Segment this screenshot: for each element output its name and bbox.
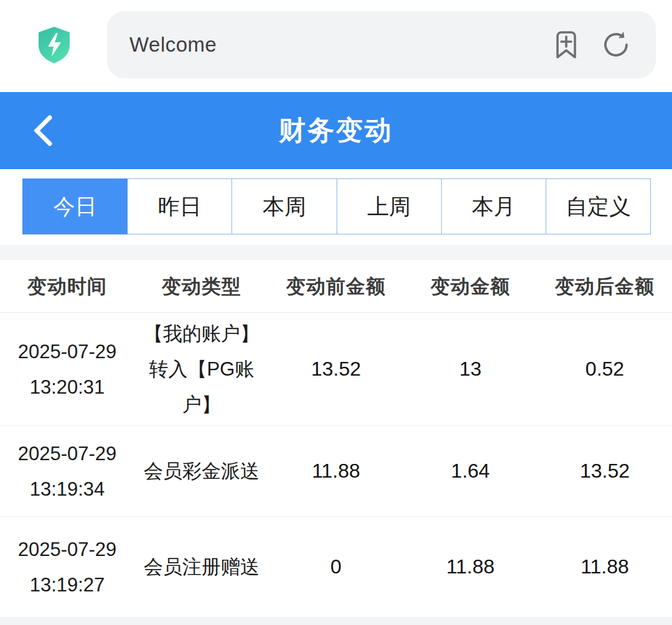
bottom-strip xyxy=(0,617,672,625)
address-text[interactable]: Welcome xyxy=(129,33,551,57)
header-change-type: 变动类型 xyxy=(134,269,269,304)
back-button[interactable] xyxy=(21,92,65,169)
date-text: 2025-07-29 xyxy=(5,436,129,471)
page-title: 财务变动 xyxy=(0,113,672,149)
page-header: 财务变动 xyxy=(0,92,672,169)
cell-change-time: 2025-07-29 13:19:34 xyxy=(0,436,134,507)
tab-last-week[interactable]: 上周 xyxy=(337,178,442,234)
finance-change-table: 变动时间 变动类型 变动前金额 变动金额 变动后金额 2025-07-29 13… xyxy=(0,260,672,617)
refresh-icon[interactable] xyxy=(601,30,631,60)
table-row: 2025-07-29 13:19:34 会员彩金派送 11.88 1.64 13… xyxy=(0,426,672,517)
cell-amount-before: 11.88 xyxy=(269,453,403,489)
cell-change-amount: 11.88 xyxy=(403,549,538,585)
cell-amount-before: 0 xyxy=(269,549,403,585)
table-header-row: 变动时间 变动类型 变动前金额 变动金额 变动后金额 xyxy=(0,260,672,313)
cell-change-amount: 13 xyxy=(403,351,538,387)
tab-this-month[interactable]: 本月 xyxy=(442,178,546,234)
section-divider xyxy=(0,245,672,260)
date-text: 2025-07-29 xyxy=(5,334,129,369)
time-text: 13:19:27 xyxy=(5,567,129,603)
tab-custom[interactable]: 自定义 xyxy=(546,178,651,234)
bookmark-add-icon[interactable] xyxy=(551,30,581,60)
cell-change-type: 会员彩金派送 xyxy=(134,453,269,489)
cell-change-time: 2025-07-29 13:20:31 xyxy=(0,334,134,405)
cell-change-amount: 1.64 xyxy=(403,453,538,489)
tab-yesterday[interactable]: 昨日 xyxy=(128,178,232,234)
table-row: 2025-07-29 13:19:27 会员注册赠送 0 11.88 11.88 xyxy=(0,517,672,617)
address-bar[interactable]: Welcome xyxy=(107,11,656,78)
date-text: 2025-07-29 xyxy=(5,532,129,567)
browser-topbar: Welcome xyxy=(0,0,672,89)
tab-today[interactable]: 今日 xyxy=(22,178,128,234)
header-change-amount: 变动金额 xyxy=(403,269,538,304)
cell-amount-after: 11.88 xyxy=(538,549,672,585)
time-text: 13:19:34 xyxy=(5,471,129,507)
shield-lightning-icon xyxy=(36,25,72,64)
cell-amount-before: 13.52 xyxy=(269,351,403,387)
cell-amount-after: 13.52 xyxy=(538,453,672,489)
cell-change-type: 【我的账户】转入【PG账户】 xyxy=(134,316,269,422)
time-text: 13:20:31 xyxy=(5,369,129,405)
header-change-time: 变动时间 xyxy=(0,269,134,304)
header-amount-after: 变动后金额 xyxy=(538,269,672,304)
cell-change-time: 2025-07-29 13:19:27 xyxy=(0,532,134,603)
date-range-tabs: 今日 昨日 本周 上周 本月 自定义 xyxy=(22,178,651,234)
back-chevron-icon xyxy=(32,115,54,146)
table-row: 2025-07-29 13:20:31 【我的账户】转入【PG账户】 13.52… xyxy=(0,313,672,426)
header-amount-before: 变动前金额 xyxy=(269,269,403,304)
cell-change-type: 会员注册赠送 xyxy=(134,549,269,585)
tab-this-week[interactable]: 本周 xyxy=(232,178,337,234)
cell-amount-after: 0.52 xyxy=(538,351,672,387)
